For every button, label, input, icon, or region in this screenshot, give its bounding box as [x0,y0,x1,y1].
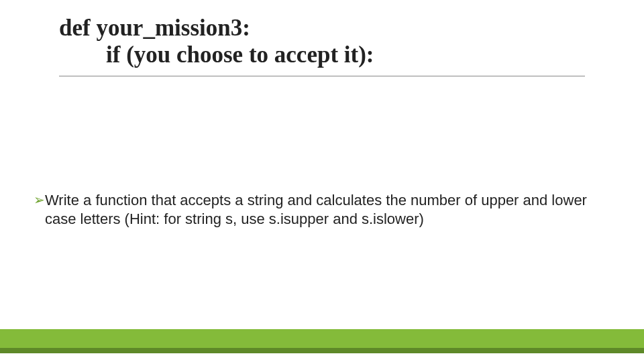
footer-light-stripe [0,329,644,348]
title-line-2: if (you choose to accept it): [59,42,585,68]
slide: def your_mission3: if (you choose to acc… [0,0,644,362]
chevron-right-icon: ➢ [34,191,45,209]
footer-accent-bar [0,329,644,353]
bullet-item: ➢ Write a function that accepts a string… [34,191,610,228]
slide-body: ➢ Write a function that accepts a string… [34,191,610,228]
bullet-text: Write a function that accepts a string a… [45,191,610,228]
title-line-1: def your_mission3: [59,15,585,42]
slide-title: def your_mission3: if (you choose to acc… [59,15,585,76]
